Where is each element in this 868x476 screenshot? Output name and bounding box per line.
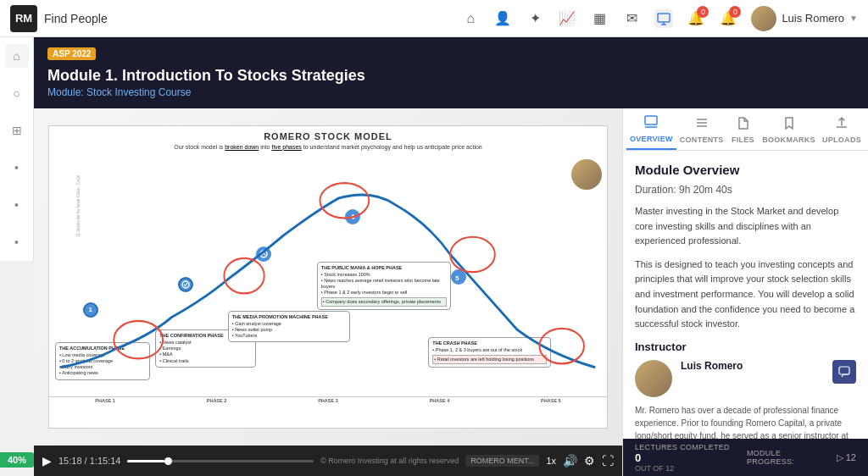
- overview-tab-label: OVERVIEW: [630, 135, 673, 143]
- phase5-circle: 5: [451, 269, 466, 285]
- bookmarks-icon: [782, 116, 796, 133]
- module-subtitle: Module: Stock Investing Course: [47, 86, 854, 98]
- svg-text:5: 5: [455, 274, 459, 281]
- bell-badge2: 0: [729, 6, 741, 18]
- instructor-bio-1: Mr. Romero has over a decade of professi…: [635, 404, 856, 439]
- right-panel-content: Module Overview Duration: 9h 20m 40s Mas…: [623, 151, 868, 439]
- play-button[interactable]: ▶: [42, 454, 52, 468]
- svg-point-5: [225, 258, 264, 293]
- instructor-section: Instructor Luis Romero Mr. Romero has ov…: [635, 340, 856, 439]
- watermark: ROMERO MENT...: [465, 455, 539, 467]
- module-progress-section: MODULE PROGRESS: ▷ 12: [747, 449, 856, 466]
- sidebar-grid-icon[interactable]: ⊞: [5, 119, 29, 142]
- module-title: Module 1. Introduction To Stocks Strateg…: [47, 67, 854, 85]
- settings-icon[interactable]: ⚙: [584, 454, 595, 468]
- svg-rect-0: [658, 14, 670, 22]
- video-placeholder: ROMERO STOCK MODEL Our stock model is br…: [34, 108, 622, 446]
- video-controls: ▶ 15:18 / 1:15:14 © Romero Investing at …: [34, 446, 622, 476]
- bottom-bar: LECTURES COMPLETED 0 OUT OF 12 MODULE PR…: [623, 439, 868, 476]
- grid-icon[interactable]: ▦: [590, 9, 609, 28]
- phase-labels: PHASE 1 PHASE 2 PHASE 3 PHASE 4 PHASE 5: [49, 396, 606, 403]
- svg-point-7: [451, 237, 496, 272]
- progress-label: MODULE PROGRESS:: [747, 449, 823, 466]
- bookmarks-tab-label: BOOKMARKS: [762, 136, 815, 144]
- contents-icon: [695, 116, 709, 133]
- desc-text-2: This is designed to teach you investing …: [635, 257, 856, 332]
- right-panel: OVERVIEW CONTENTS FILES: [622, 108, 868, 476]
- left-sidebar-wrap: ⌂ ○ ⊞ • • • 40%: [0, 37, 34, 476]
- sidebar-dot2-icon[interactable]: •: [5, 193, 29, 217]
- time-display: 15:18 / 1:15:14: [58, 456, 120, 466]
- sidebar-circle-icon[interactable]: ○: [5, 81, 29, 105]
- copyright-text: © Romero Investing at all rights reserve…: [320, 457, 459, 465]
- progress-percent-badge: 40%: [0, 452, 34, 468]
- tab-uploads[interactable]: UPLOADS: [819, 108, 865, 150]
- uploads-icon: [835, 116, 849, 133]
- diagram-title: ROMERO STOCK MODEL: [49, 126, 606, 143]
- phase4-box: THE PUBLIC MANIA & HOPE PHASE • Stock in…: [317, 262, 451, 310]
- video-panel: ROMERO STOCK MODEL Our stock model is br…: [34, 108, 622, 476]
- sidebar-dot1-icon[interactable]: •: [5, 156, 29, 180]
- user-menu[interactable]: Luis Romero ▼: [751, 6, 858, 31]
- phase2-circle: [178, 277, 193, 292]
- chevron-down-icon: ▼: [849, 14, 858, 23]
- tab-contents[interactable]: CONTENTS: [676, 108, 727, 150]
- phases-diagram: 1 4: [49, 154, 606, 405]
- instructor-section-title: Instructor: [635, 340, 856, 353]
- bell-badge: 0: [697, 6, 709, 18]
- tab-overview[interactable]: OVERVIEW: [626, 108, 676, 150]
- progress-fill: [127, 460, 164, 462]
- files-icon: [736, 116, 749, 133]
- main-layout: ⌂ ○ ⊞ • • • 40% ASP 2022 Module 1. Intro…: [0, 37, 868, 476]
- phase1-box: THE ACCUMULATION PHASE • Low media cover…: [55, 342, 150, 380]
- y-axis-label: 11 Stocks list An Asset Class · Cycle: [76, 175, 81, 237]
- diagram-subtitle: Our stock model is broken down into five…: [49, 143, 606, 151]
- quality-button[interactable]: 1x: [546, 456, 556, 466]
- svg-rect-9: [645, 116, 657, 125]
- progress-dot: [164, 457, 172, 465]
- progress-num: ▷ 12: [837, 452, 856, 463]
- overview-icon: [644, 115, 658, 132]
- tab-files[interactable]: FILES: [727, 108, 760, 150]
- right-tabs: OVERVIEW CONTENTS FILES: [623, 108, 868, 151]
- top-navigation: RM Find People ⌂ 👤 ✦ 📈 ▦ ✉ 🔔 0 🔔 0 Luis …: [0, 0, 868, 37]
- module-overview-title: Module Overview: [635, 163, 856, 177]
- lectures-total: OUT OF 12: [635, 464, 730, 473]
- courses-icon[interactable]: [654, 9, 673, 28]
- users-icon[interactable]: 👤: [493, 9, 512, 28]
- contents-tab-label: CONTENTS: [680, 136, 724, 144]
- phase5-box: THE CRASH PHASE • Phase 1, 2 & 3 buyers …: [428, 337, 551, 367]
- sidebar-dot3-icon[interactable]: •: [5, 230, 29, 254]
- left-sidebar: ⌂ ○ ⊞ • • •: [0, 37, 34, 261]
- tab-bookmarks[interactable]: BOOKMARKS: [759, 108, 819, 150]
- lectures-value: 0: [635, 451, 730, 464]
- notification-bell-icon[interactable]: 🔔 0: [687, 9, 705, 28]
- fullscreen-icon[interactable]: ⛶: [602, 454, 614, 468]
- module-badge: ASP 2022: [47, 47, 96, 60]
- phase3-circle: [256, 246, 271, 262]
- files-tab-label: FILES: [732, 136, 754, 144]
- instructor-row: Luis Romero: [635, 360, 856, 397]
- instructor-info: Luis Romero: [681, 360, 824, 372]
- instructor-name: Luis Romero: [681, 360, 824, 372]
- chat-button[interactable]: [832, 360, 856, 384]
- lectures-stat: LECTURES COMPLETED 0 OUT OF 12: [635, 443, 730, 473]
- logo: RM: [10, 5, 37, 32]
- mail-icon[interactable]: ✉: [622, 9, 641, 28]
- module-header: ASP 2022 Module 1. Introduction To Stock…: [34, 37, 868, 108]
- phase1-circle: 1: [83, 302, 98, 318]
- video-right: ROMERO STOCK MODEL Our stock model is br…: [34, 108, 868, 476]
- video-frame: ROMERO STOCK MODEL Our stock model is br…: [48, 125, 607, 429]
- instructor-photo: [570, 158, 604, 191]
- username: Luis Romero: [782, 12, 844, 25]
- chart-icon[interactable]: 📈: [558, 9, 576, 28]
- desc-text-1: Master investing in the Stock Market and…: [635, 204, 856, 249]
- home-icon[interactable]: ⌂: [461, 9, 480, 28]
- settings-icon[interactable]: ✦: [526, 9, 544, 28]
- instructor-avatar: [635, 360, 672, 397]
- progress-bar[interactable]: [127, 460, 314, 462]
- volume-icon[interactable]: 🔊: [563, 454, 577, 468]
- notification-alt-icon[interactable]: 🔔 0: [719, 9, 737, 28]
- find-people-label: Find People: [44, 12, 454, 25]
- sidebar-home-icon[interactable]: ⌂: [5, 44, 29, 68]
